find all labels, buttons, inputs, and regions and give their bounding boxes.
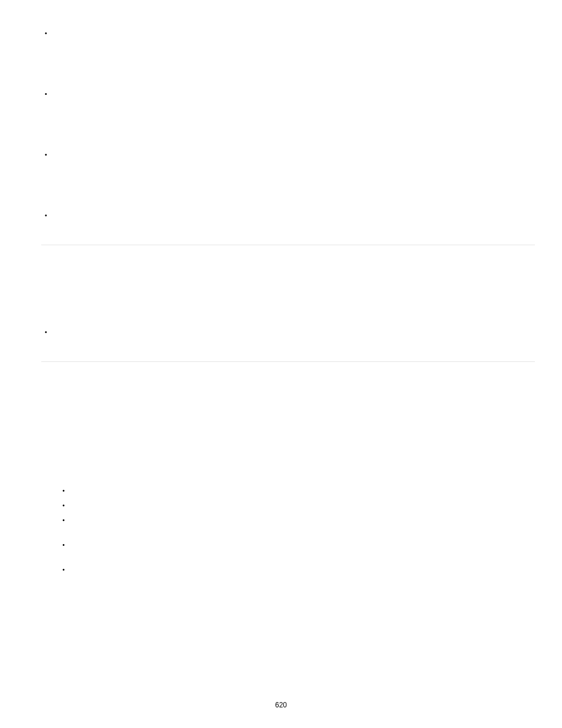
bullet-list-3 bbox=[59, 487, 535, 577]
list-item bbox=[65, 541, 535, 552]
list-item bbox=[47, 328, 535, 340]
list-item bbox=[65, 566, 535, 577]
list-item bbox=[65, 502, 535, 512]
list-item bbox=[65, 487, 535, 498]
bullet-list-1 bbox=[41, 29, 535, 223]
section-2 bbox=[41, 245, 535, 340]
list-item bbox=[47, 90, 535, 102]
section-1 bbox=[41, 25, 535, 223]
section-3 bbox=[41, 362, 535, 577]
list-item bbox=[47, 29, 535, 41]
list-item bbox=[47, 212, 535, 223]
page-number: 620 bbox=[0, 701, 562, 709]
list-item bbox=[65, 516, 535, 527]
bullet-list-2 bbox=[41, 328, 535, 340]
page-content bbox=[0, 0, 562, 577]
list-item bbox=[47, 151, 535, 163]
